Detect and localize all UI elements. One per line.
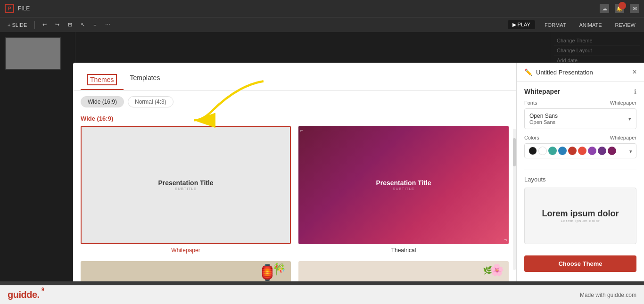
animate-btn[interactable]: ANIMATE	[576, 21, 606, 29]
color-dot-5[interactable]	[578, 147, 586, 155]
undo-btn[interactable]: ↩	[40, 21, 50, 29]
format-btn[interactable]: FORMAT	[541, 21, 570, 29]
section-title: Wide (16:9)	[73, 113, 516, 126]
color-dot-8[interactable]	[608, 147, 616, 155]
color-dot-6[interactable]	[588, 147, 596, 155]
app-logo: P	[5, 4, 14, 13]
modal-tabs: Themes Templates	[73, 70, 516, 90]
modal-filters: Wide (16:9) Normal (4:3)	[73, 90, 516, 113]
color-dot-7[interactable]	[598, 147, 606, 155]
cursor-btn[interactable]: ↖	[78, 21, 88, 29]
normal-filter-btn[interactable]: Normal (4:3)	[128, 96, 173, 107]
font-selector[interactable]: Open Sans Open Sans ▾	[524, 108, 636, 129]
insert-btn[interactable]: +	[91, 21, 99, 29]
add-slide-btn[interactable]: + SLIDE	[5, 21, 30, 29]
theme-preview-floral: 🌸 🌿	[298, 261, 509, 281]
color-dot-4[interactable]	[568, 147, 577, 155]
play-btn[interactable]: ▶ PLAY	[508, 20, 535, 29]
theme-preview-whitepaper: Presentation Title subtitle	[81, 126, 291, 244]
layout-preview-text: Lorem ipsum dolor	[542, 209, 619, 219]
top-bar: P FILE ☁ 🔔 ✉	[0, 0, 644, 17]
file-menu[interactable]: FILE	[18, 5, 30, 12]
theme-name-label: Whitepaper	[524, 88, 560, 95]
main-area: Change Theme Change Layout Add date	[0, 32, 644, 281]
theme-item-theatrical[interactable]: ⌐ ¬ Presentation Title subtitle Theatric…	[298, 126, 509, 254]
color-dot-0[interactable]	[528, 147, 537, 155]
fonts-section: Fonts Whitepaper Open Sans Open Sans ▾	[524, 100, 636, 129]
themes-grid: Presentation Title subtitle Whitepaper ⌐…	[73, 126, 516, 281]
colors-chevron-icon[interactable]: ▾	[629, 148, 632, 154]
whitepaper-title: Presentation Title	[158, 179, 213, 187]
font-main: Open Sans	[529, 113, 558, 119]
modal-right-panel: × ✏️ Untitled Presentation Whitepaper ℹ	[517, 63, 644, 281]
bell-icon[interactable]: 🔔	[615, 4, 624, 13]
cloud-icon: ☁	[600, 4, 609, 13]
color-dot-1[interactable]	[538, 147, 547, 155]
section-header: Whitepaper ℹ	[524, 88, 636, 95]
layouts-title: Layouts	[524, 176, 636, 183]
view-btn[interactable]: ⊞	[65, 21, 75, 29]
templates-tab[interactable]: Templates	[124, 70, 167, 90]
theatrical-subtitle: subtitle	[376, 187, 431, 191]
pencil-icon: ✏️	[524, 68, 532, 76]
theme-item-whitepaper[interactable]: Presentation Title subtitle Whitepaper	[81, 126, 291, 254]
layout-preview-sub: Lorem ipsum dolor	[542, 219, 619, 223]
modal-overlay: Themes Templates Wide (16:9) Normal (4:3…	[0, 32, 644, 281]
redo-btn[interactable]: ↪	[52, 21, 62, 29]
themes-modal: Themes Templates Wide (16:9) Normal (4:3…	[73, 63, 644, 281]
whitepaper-name: Whitepaper	[171, 247, 200, 254]
theatrical-title: Presentation Title	[376, 179, 431, 187]
close-button[interactable]: ×	[629, 66, 640, 78]
toolbar-right: ▶ PLAY FORMAT ANIMATE REVIEW	[508, 20, 639, 29]
choose-theme-button[interactable]: Choose Theme	[524, 255, 636, 272]
theatrical-name: Theatrical	[391, 247, 416, 254]
guidde-logo: guidde. 9	[8, 289, 44, 300]
theme-section: Whitepaper ℹ Fonts Whitepaper Open Sans	[517, 82, 644, 170]
whitepaper-subtitle: subtitle	[158, 187, 213, 191]
theme-preview-theatrical: ⌐ ¬ Presentation Title subtitle	[298, 126, 509, 244]
color-dot-3[interactable]	[558, 147, 567, 155]
notification-badge	[619, 2, 626, 9]
made-with-text: Made with guidde.com	[580, 292, 636, 298]
chevron-down-icon: ▾	[628, 116, 631, 122]
theme-preview-lantern: 🏮 🎋	[81, 261, 291, 281]
bottom-bar: guidde. 9 Made with guidde.com	[0, 285, 644, 304]
themes-tab[interactable]: Themes	[81, 70, 124, 90]
modal-left: Themes Templates Wide (16:9) Normal (4:3…	[73, 63, 517, 281]
review-btn[interactable]: REVIEW	[611, 21, 639, 29]
top-bar-icons: ☁ 🔔 ✉	[600, 4, 639, 13]
font-sub: Open Sans	[529, 119, 558, 125]
wide-filter-btn[interactable]: Wide (16:9)	[81, 96, 124, 107]
fonts-label: Fonts Whitepaper	[524, 100, 636, 106]
info-icon[interactable]: ℹ	[634, 88, 636, 95]
mail-icon[interactable]: ✉	[630, 4, 639, 13]
layout-preview[interactable]: Lorem ipsum dolor Lorem ipsum dolor	[524, 188, 636, 244]
modal-right-header: ✏️ Untitled Presentation	[517, 63, 644, 82]
layouts-section: Layouts Lorem ipsum dolor Lorem ipsum do…	[517, 170, 644, 250]
theme-item-lantern[interactable]: 🏮 🎋 Lantern	[81, 261, 291, 281]
more-btn[interactable]: ⋯	[102, 21, 113, 29]
presentation-title: Untitled Presentation	[536, 69, 593, 76]
colors-label: Colors Whitepaper	[524, 135, 636, 140]
colors-section: Colors Whitepaper	[524, 135, 636, 158]
color-dot-2[interactable]	[548, 147, 557, 155]
theme-item-floral[interactable]: 🌸 🌿 Floral	[298, 261, 509, 281]
toolbar: + SLIDE ↩ ↪ ⊞ ↖ + ⋯ ▶ PLAY FORMAT ANIMAT…	[0, 17, 644, 32]
